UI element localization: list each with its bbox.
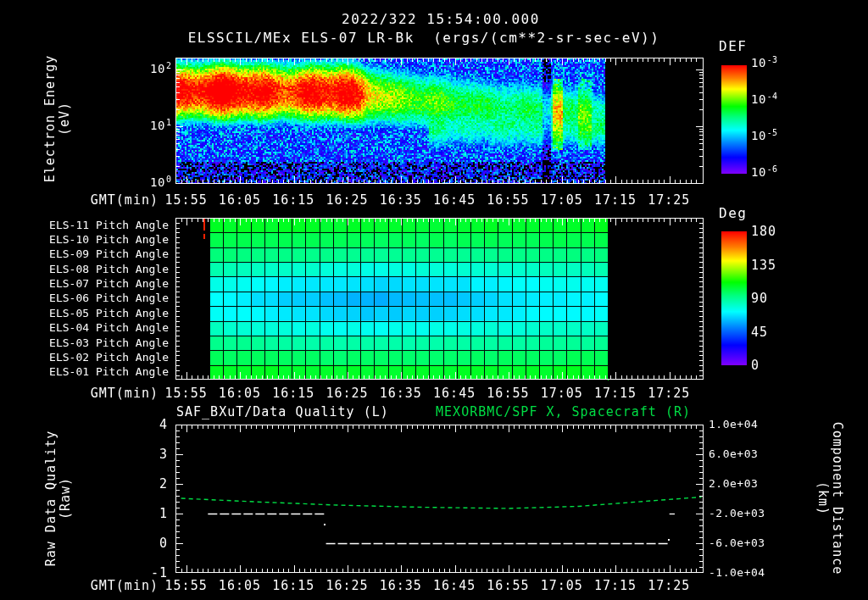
time-tick-label: 16:15 bbox=[267, 386, 320, 401]
quality-ytick-right: -1.0e+04 bbox=[709, 566, 776, 580]
time-tick-label: 17:25 bbox=[643, 386, 696, 401]
quality-title-left: SAF_BXuT/Data Quality (L) bbox=[176, 404, 465, 419]
quality-title-right: MEXORBMC/SPF X, Spacecraft (R) bbox=[428, 404, 691, 419]
deg-cb-label: 45 bbox=[751, 325, 793, 339]
gmt-label-middle: GMT(min) bbox=[87, 386, 159, 401]
time-tick-label: 16:05 bbox=[213, 578, 266, 593]
spectrogram-ytick-10: 101 bbox=[127, 118, 171, 135]
deg-colorbar-title: Deg bbox=[719, 206, 747, 221]
spectrogram-ylabel: Electron Energy (eV) bbox=[43, 51, 74, 186]
pitch-row-label: ELS-05 Pitch Angle bbox=[0, 306, 169, 320]
time-tick-label: 16:25 bbox=[320, 578, 374, 593]
deg-cb-label: 135 bbox=[751, 258, 793, 272]
time-tick-labels-bottom: 15:5516:0516:1516:2516:3516:4516:5517:05… bbox=[159, 578, 696, 593]
time-tick-label: 17:15 bbox=[588, 578, 642, 593]
quality-ytick-left: 0 bbox=[102, 536, 168, 550]
time-tick-labels-top: 15:5516:0516:1516:2516:3516:4516:5517:05… bbox=[159, 192, 696, 208]
time-tick-label: 17:05 bbox=[535, 578, 588, 593]
time-tick-label: 16:55 bbox=[481, 578, 535, 593]
quality-ytick-left: 1 bbox=[102, 507, 168, 520]
time-tick-labels-middle: 15:5516:0516:1516:2516:3516:4516:5517:05… bbox=[159, 386, 696, 401]
quality-ytick-right: 2.0e+03 bbox=[709, 477, 776, 491]
pitch-row-label: ELS-04 Pitch Angle bbox=[0, 321, 169, 336]
pitch-row-label: ELS-11 Pitch Angle bbox=[0, 218, 169, 232]
time-tick-label: 16:05 bbox=[213, 386, 266, 401]
quality-ytick-right: 6.0e+03 bbox=[709, 447, 776, 461]
def-colorbar-title: DEF bbox=[719, 39, 747, 54]
deg-cb-label: 90 bbox=[751, 292, 793, 305]
time-tick-label: 17:15 bbox=[588, 386, 642, 401]
time-tick-label: 16:05 bbox=[213, 192, 266, 208]
pitch-row-label: ELS-08 Pitch Angle bbox=[0, 262, 169, 276]
time-tick-label: 17:05 bbox=[535, 386, 588, 401]
plot-window: 2022/322 15:54:00.000 ELSSCIL/MEx ELS-07… bbox=[0, 0, 868, 600]
time-tick-label: 15:55 bbox=[159, 578, 213, 593]
time-tick-label: 17:15 bbox=[588, 192, 642, 208]
time-tick-label: 17:25 bbox=[643, 192, 696, 208]
quality-ytick-right: -6.0e+03 bbox=[709, 536, 776, 550]
def-colorbar bbox=[721, 65, 747, 174]
pitch-row-label: ELS-02 Pitch Angle bbox=[0, 350, 169, 364]
pitch-row-label: ELS-06 Pitch Angle bbox=[0, 292, 169, 306]
time-tick-label: 16:35 bbox=[374, 578, 427, 593]
spectrogram-ytick-100: 102 bbox=[127, 61, 171, 78]
gmt-label-bottom: GMT(min) bbox=[87, 578, 159, 593]
time-tick-label: 16:35 bbox=[374, 386, 427, 401]
def-cb-label-1e-3: 10-3 bbox=[751, 55, 777, 72]
deg-colorbar-labels: 18013590450 bbox=[751, 225, 793, 372]
quality-ytick-right: -2.0e+03 bbox=[709, 507, 776, 520]
quality-ytick-left: 3 bbox=[102, 447, 168, 461]
pitch-row-label: ELS-10 Pitch Angle bbox=[0, 232, 169, 247]
quality-yticks-right: 1.0e+046.0e+032.0e+03-2.0e+03-6.0e+03-1.… bbox=[709, 418, 776, 580]
quality-ylabel-left: Raw Data Quality (Raw) bbox=[44, 414, 75, 583]
time-tick-label: 16:55 bbox=[481, 386, 535, 401]
time-tick-label: 16:45 bbox=[427, 578, 481, 593]
quality-ylabel-right: Component Distance (km) bbox=[814, 414, 844, 583]
pitch-row-labels: ELS-11 Pitch AngleELS-10 Pitch AngleELS-… bbox=[0, 218, 169, 380]
gmt-label-top: GMT(min) bbox=[87, 192, 159, 208]
pitch-row-label: ELS-07 Pitch Angle bbox=[0, 276, 169, 291]
pitch-row-label: ELS-03 Pitch Angle bbox=[0, 336, 169, 350]
time-tick-label: 16:25 bbox=[320, 386, 374, 401]
deg-cb-label: 0 bbox=[751, 358, 793, 372]
pitch-row-label: ELS-09 Pitch Angle bbox=[0, 247, 169, 262]
quality-yticks-left: 43210-1 bbox=[102, 418, 168, 580]
quality-ytick-left: 4 bbox=[102, 418, 168, 431]
time-tick-label: 15:55 bbox=[159, 192, 213, 208]
title-datetime: 2022/322 15:54:00.000 bbox=[263, 12, 619, 27]
title-instrument: ELSSCIL/MEx ELS-07 LR-Bk (ergs/(cm**2-sr… bbox=[153, 31, 695, 46]
time-tick-label: 16:45 bbox=[427, 386, 481, 401]
deg-cb-label: 180 bbox=[751, 225, 793, 238]
def-cb-label-1e-5: 10-5 bbox=[751, 128, 777, 145]
time-tick-label: 17:05 bbox=[535, 192, 588, 208]
time-tick-label: 17:25 bbox=[643, 578, 696, 593]
def-cb-label-1e-6: 10-6 bbox=[751, 164, 777, 181]
quality-ytick-left: 2 bbox=[102, 477, 168, 491]
time-tick-label: 16:15 bbox=[267, 578, 320, 593]
pitch-row-label: ELS-01 Pitch Angle bbox=[0, 365, 169, 380]
time-tick-label: 16:55 bbox=[481, 192, 535, 208]
deg-colorbar bbox=[721, 231, 747, 365]
time-tick-label: 15:55 bbox=[159, 386, 213, 401]
time-tick-label: 16:45 bbox=[427, 192, 481, 208]
time-tick-label: 16:25 bbox=[320, 192, 374, 208]
spectrogram-ytick-1: 100 bbox=[127, 175, 171, 192]
quality-ytick-right: 1.0e+04 bbox=[709, 418, 776, 431]
time-tick-label: 16:35 bbox=[374, 192, 427, 208]
def-cb-label-1e-4: 10-4 bbox=[751, 92, 777, 108]
time-tick-label: 16:15 bbox=[267, 192, 320, 208]
